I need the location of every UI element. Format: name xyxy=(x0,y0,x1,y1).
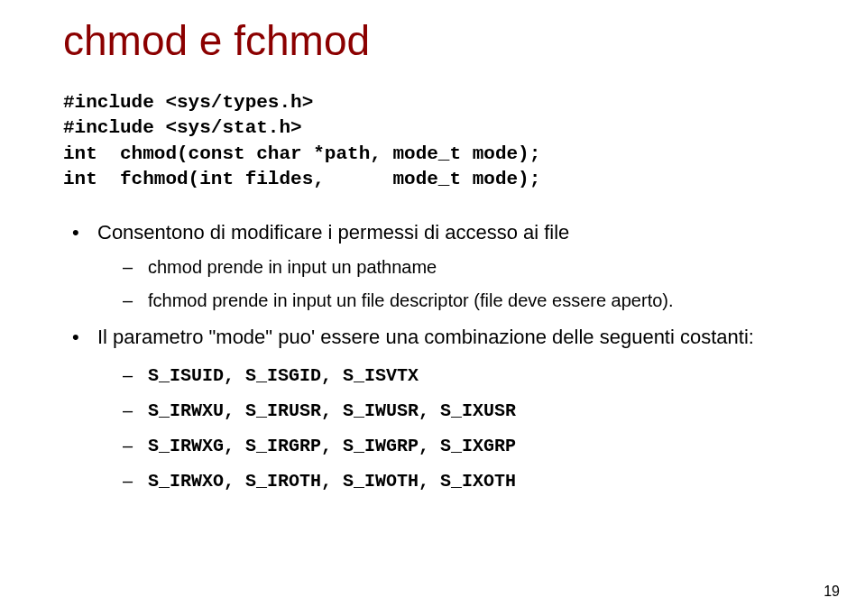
bullet-item: Il parametro "mode" puo' essere una comb… xyxy=(72,324,811,499)
page-number: 19 xyxy=(824,584,840,600)
code-block: #include <sys/types.h> #include <sys/sta… xyxy=(63,90,811,192)
bullet-list: Consentono di modificare i permessi di a… xyxy=(72,219,811,498)
constant-line: S_IRWXG, S_IRGRP, S_IWGRP, S_IXGRP xyxy=(123,428,811,464)
constant-line: S_IRWXO, S_IROTH, S_IWOTH, S_IXOTH xyxy=(123,464,811,499)
code-line: #include <sys/stat.h> xyxy=(63,117,302,138)
slide-title: chmod e fchmod xyxy=(63,16,811,65)
sub-item: fchmod prende in input un file descripto… xyxy=(123,287,811,315)
constant-line: S_IRWXU, S_IRUSR, S_IWUSR, S_IXUSR xyxy=(123,393,811,428)
bullet-item: Consentono di modificare i permessi di a… xyxy=(72,219,811,315)
sub-list: chmod prende in input un pathname fchmod… xyxy=(123,253,811,315)
slide: chmod e fchmod #include <sys/types.h> #i… xyxy=(0,0,865,616)
sub-item: chmod prende in input un pathname xyxy=(123,253,811,281)
code-line: #include <sys/types.h> xyxy=(63,92,313,113)
code-line: int chmod(const char *path, mode_t mode)… xyxy=(63,143,540,164)
constants-list: S_ISUID, S_ISGID, S_ISVTX S_IRWXU, S_IRU… xyxy=(123,358,811,499)
bullet-text: Consentono di modificare i permessi di a… xyxy=(97,221,569,244)
bullet-text: Il parametro "mode" puo' essere una comb… xyxy=(97,326,754,348)
constant-line: S_ISUID, S_ISGID, S_ISVTX xyxy=(123,358,811,393)
code-line: int fchmod(int fildes, mode_t mode); xyxy=(63,169,540,189)
